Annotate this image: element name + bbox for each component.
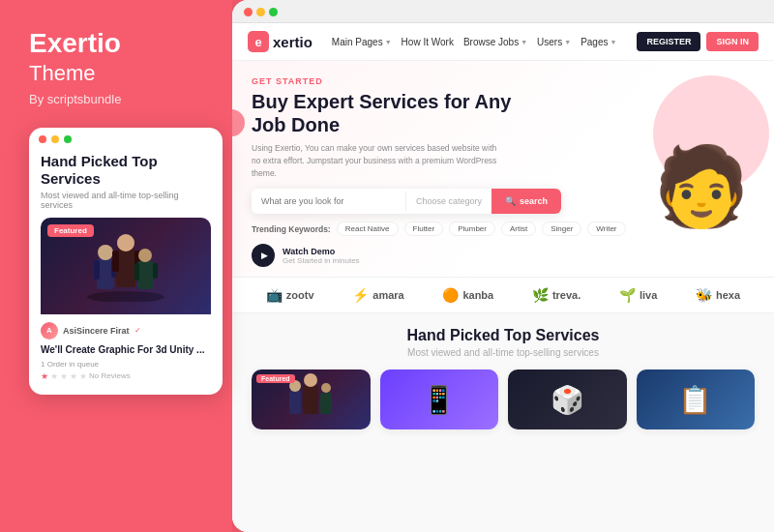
mockup-content: Hand Picked Top Services Most viewed and… — [29, 147, 223, 395]
hero-title: Buy Expert Services for Any Job Done — [252, 90, 522, 136]
deco-circle — [232, 109, 245, 136]
featured-badge: Featured — [47, 224, 94, 237]
play-icon: ▶ — [261, 251, 268, 260]
trending-tag-flutter[interactable]: Flutter — [404, 222, 444, 236]
play-button[interactable]: ▶ — [252, 244, 275, 267]
partner-treva: 🌿 treva. — [532, 287, 580, 303]
mockup-card-image: Featured — [41, 218, 211, 314]
dot-green — [64, 135, 72, 143]
browser-dots — [244, 8, 278, 16]
svg-point-2 — [98, 245, 113, 260]
mockup-card-info: A AsiSincere Firat ✓ We'll Create Graphi… — [41, 314, 211, 385]
partner-zootv: 📺 zootv — [266, 287, 314, 303]
service-card-4[interactable]: 📋 — [637, 369, 756, 429]
verified-icon: ✓ — [134, 326, 141, 335]
zootv-icon: 📺 — [266, 287, 283, 303]
mockup-heading: Hand Picked Top Services — [41, 153, 211, 188]
right-panel: e xertio Main Pages ▼ How It Work Browse… — [232, 0, 774, 532]
search-button[interactable]: 🔍 search — [491, 189, 561, 214]
nav-link-main-pages[interactable]: Main Pages ▼ — [332, 37, 392, 47]
kanba-icon: 🟠 — [442, 287, 459, 303]
svg-rect-7 — [112, 251, 119, 272]
card-emoji-2: 📱 — [422, 384, 456, 416]
hero-section: GET STARTED Buy Expert Services for Any … — [232, 61, 774, 277]
svg-point-6 — [117, 234, 134, 251]
nav-link-how-it-work[interactable]: How It Work — [402, 37, 454, 47]
nav-actions: REGISTER SIGN IN — [637, 32, 759, 51]
nav-link-users[interactable]: Users ▼ — [537, 37, 571, 47]
cards-row: Featured 📱 — [252, 369, 755, 429]
svg-rect-15 — [303, 385, 318, 414]
hero-person: 🧑 — [639, 61, 764, 225]
search-bar: Choose category 🔍 search — [252, 189, 561, 214]
browser-dot-yellow — [256, 8, 265, 16]
hero-desc: Using Exertio, You can make your own ser… — [252, 142, 503, 179]
service-card-1[interactable]: Featured — [252, 369, 371, 429]
mockup-subtext: Most viewed and all-time top-selling ser… — [41, 191, 211, 210]
seller-avatar: A — [41, 322, 58, 340]
trending-tag-artist[interactable]: Artist — [501, 222, 536, 236]
trending-tag-writer[interactable]: Writer — [587, 222, 625, 236]
watch-demo[interactable]: ▶ Watch Demo Get Started in minutes — [252, 244, 755, 267]
partner-amara: ⚡ amara — [352, 287, 403, 303]
liva-icon: 🌱 — [619, 287, 636, 303]
amara-icon: ⚡ — [352, 287, 369, 303]
hand-picked-section: Hand Picked Top Services Most viewed and… — [232, 313, 774, 532]
seller-row: A AsiSincere Firat ✓ — [41, 322, 211, 340]
nav-link-browse-jobs[interactable]: Browse Jobs ▼ — [463, 37, 527, 47]
star-5: ★ — [79, 371, 87, 381]
chevron-down-icon: ▼ — [564, 39, 571, 45]
logo-text: xertio — [273, 34, 313, 50]
nav-links: Main Pages ▼ How It Work Browse Jobs ▼ U… — [332, 37, 626, 47]
brand-title: Exertio Theme By scriptsbundle — [29, 29, 213, 106]
card-image-3: 🎲 — [508, 369, 627, 429]
svg-rect-12 — [153, 263, 158, 279]
section-subtitle: Most viewed and all-time top-selling ser… — [252, 347, 755, 358]
card-emoji-4: 📋 — [678, 384, 712, 416]
dot-yellow — [51, 135, 59, 143]
service-card-2[interactable]: 📱 — [380, 369, 499, 429]
browser-dot-red — [244, 8, 253, 16]
svg-point-0 — [87, 291, 164, 302]
logo-icon: e — [248, 31, 269, 52]
treva-icon: 🌿 — [532, 287, 549, 303]
service-card-3[interactable]: 🎲 — [508, 369, 627, 429]
card-meta: 1 Order in queue — [41, 360, 211, 369]
chevron-down-icon: ▼ — [385, 39, 392, 45]
card-featured-badge-1: Featured — [256, 374, 295, 383]
svg-rect-9 — [137, 261, 154, 289]
browser-chrome — [232, 0, 774, 23]
hexa-icon: 🐝 — [696, 287, 712, 303]
mockup-dots — [29, 128, 223, 147]
category-selector[interactable]: Choose category — [406, 189, 491, 214]
svg-point-10 — [138, 249, 152, 262]
star-4: ★ — [70, 371, 77, 381]
mockup-card: Featured — [41, 218, 211, 385]
partner-kanba: 🟠 kanba — [442, 287, 493, 303]
signin-button[interactable]: SIGN IN — [706, 32, 759, 51]
svg-rect-11 — [134, 263, 139, 281]
svg-rect-3 — [94, 260, 100, 280]
section-title: Hand Picked Top Services — [252, 327, 755, 344]
trending-tag-plumber[interactable]: Plumber — [449, 222, 495, 236]
reviews-text: No Reviews — [89, 371, 131, 380]
seller-name: AsiSincere Firat — [63, 326, 130, 336]
trending-tag-singer[interactable]: Singer — [542, 222, 581, 236]
star-2: ★ — [50, 371, 58, 381]
characters-svg — [82, 229, 169, 302]
stars-row: ★ ★ ★ ★ ★ No Reviews — [41, 371, 211, 381]
search-input[interactable] — [252, 189, 405, 214]
trending-tag-react[interactable]: React Native — [337, 222, 399, 236]
svg-rect-13 — [289, 391, 301, 414]
partners-section: 📺 zootv ⚡ amara 🟠 kanba 🌿 treva. 🌱 liva … — [232, 277, 774, 313]
register-button[interactable]: REGISTER — [637, 32, 700, 51]
nav-link-pages[interactable]: Pages ▼ — [580, 37, 616, 47]
website-content: e xertio Main Pages ▼ How It Work Browse… — [232, 23, 774, 532]
svg-point-16 — [304, 373, 317, 387]
chevron-down-icon: ▼ — [610, 39, 617, 45]
left-panel: Exertio Theme By scriptsbundle Hand Pick… — [0, 0, 232, 532]
star-1: ★ — [41, 371, 48, 381]
card-title: We'll Create Graphic For 3d Unity ... — [41, 343, 211, 356]
dot-red — [39, 135, 46, 143]
site-logo: e xertio — [248, 31, 313, 52]
